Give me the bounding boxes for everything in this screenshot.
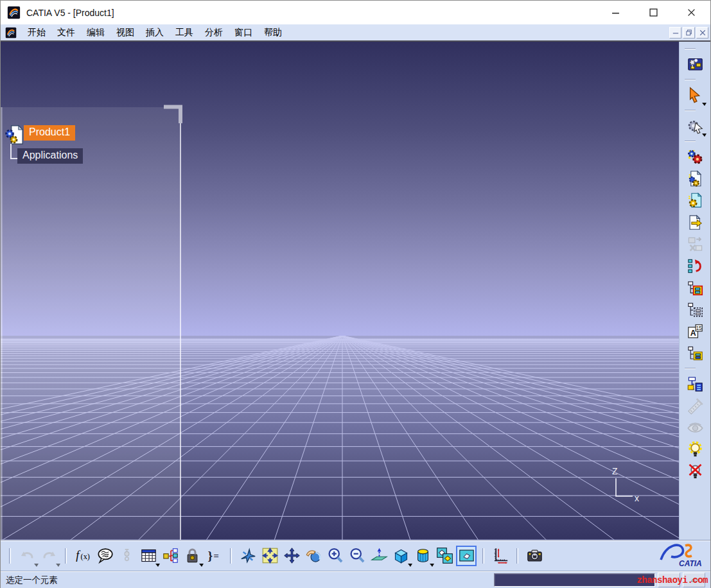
document-minimize-button[interactable] (669, 27, 681, 39)
measure-button[interactable] (685, 395, 705, 416)
close-document-icon (699, 30, 706, 36)
pan-button[interactable] (281, 546, 302, 566)
svg-text:(x): (x) (80, 552, 89, 561)
replacedis-icon (687, 236, 704, 253)
status-bar: 选定一个元素 zhanshaoyi.com (1, 571, 710, 588)
manage-representations-button[interactable]: A15 (685, 321, 705, 342)
toolbar-handle[interactable] (482, 548, 484, 564)
formula-button[interactable]: f(x) (73, 546, 93, 566)
dropdown-caret[interactable] (199, 564, 204, 567)
window-close-button[interactable] (672, 1, 710, 24)
toolbar-handle[interactable] (230, 548, 232, 564)
document-restore-button[interactable] (683, 27, 695, 39)
dropdown-caret[interactable] (155, 564, 160, 567)
dropdown-caret[interactable] (34, 564, 39, 567)
docgears-icon (687, 170, 704, 187)
3d-viewport[interactable]: Product1 Applications Z x (1, 42, 679, 540)
zoom-in-button[interactable] (325, 546, 346, 566)
bulboff-icon (687, 463, 704, 480)
component-button[interactable] (685, 146, 705, 167)
bottom-toolbar: f(x)}=CATIA (1, 540, 710, 571)
existing-component-button[interactable] (685, 212, 705, 232)
knowledge-inspector-button[interactable] (116, 546, 137, 566)
graph-tree-reordering-button[interactable] (685, 255, 705, 276)
document-close-button[interactable] (696, 27, 708, 39)
dimensions-button[interactable] (490, 546, 511, 566)
equivalent-dimensions-button[interactable]: }= (204, 546, 224, 566)
power-input-field[interactable] (494, 573, 655, 587)
new-part-button[interactable] (685, 190, 705, 211)
dropdown-caret[interactable] (430, 564, 434, 567)
swap-visible-space-button[interactable] (456, 546, 477, 566)
menu-item-window[interactable]: 窗口 (229, 26, 258, 40)
toolbar-handle[interactable] (9, 548, 11, 564)
product-structure-tools-button[interactable] (685, 374, 705, 394)
tree-node-applications[interactable]: Applications (17, 148, 83, 164)
workbench-button[interactable] (685, 54, 705, 74)
toolbar-handle[interactable] (65, 548, 67, 564)
light-off-button[interactable] (685, 461, 705, 481)
dropdown-caret[interactable] (702, 134, 707, 137)
watermark: zhanshaoyi.com (636, 575, 708, 585)
dropdown-caret[interactable] (56, 564, 60, 567)
normal-view-button[interactable] (369, 546, 389, 566)
fly-mode-button[interactable] (238, 546, 258, 566)
menu-item-tools[interactable]: 工具 (170, 26, 199, 40)
replace-component-button[interactable] (685, 234, 705, 254)
window-minimize-button[interactable] (597, 1, 635, 24)
window-maximize-button[interactable] (635, 1, 672, 24)
zoom-out-button[interactable] (347, 546, 367, 566)
toolbar-handle[interactable] (685, 48, 696, 49)
toolbar-handle[interactable] (685, 110, 696, 111)
braceeq-icon: }= (206, 547, 223, 564)
dropdown-caret[interactable] (408, 564, 412, 567)
new-component-button[interactable] (685, 168, 705, 189)
menu-item-help[interactable]: 帮助 (258, 26, 288, 40)
menu-item-start[interactable]: 开始 (22, 26, 51, 40)
hide-show-button[interactable] (685, 417, 705, 438)
menu-item-analyze[interactable]: 分析 (199, 26, 229, 40)
treedash-icon (687, 301, 704, 318)
cube-icon (392, 547, 410, 564)
capture-button[interactable] (524, 546, 545, 566)
fit-all-in-button[interactable] (259, 546, 280, 566)
multi-instantiation-button[interactable] (685, 343, 705, 363)
menu-bar: 开始文件编辑视图插入工具分析窗口帮助 (1, 24, 710, 40)
undo-button[interactable] (17, 546, 37, 566)
select-button[interactable] (685, 85, 705, 105)
rotate-icon (305, 547, 322, 564)
lock-parameters-button[interactable] (182, 546, 202, 566)
tree-node-product1[interactable]: Product1 (24, 125, 75, 141)
selection-sets-button[interactable] (685, 116, 705, 136)
close-icon (687, 8, 696, 17)
window-controls (597, 1, 710, 24)
hide-show-toggle-button[interactable] (434, 546, 455, 566)
design-table-button[interactable] (138, 546, 159, 566)
toolbar-handle[interactable] (685, 368, 696, 369)
rotate-button[interactable] (303, 546, 324, 566)
knowledge-template-button[interactable] (160, 546, 180, 566)
dropdown-caret[interactable] (702, 103, 707, 106)
toolbar-handle[interactable] (685, 141, 696, 142)
toolbar-handle[interactable] (685, 79, 696, 80)
window-title: CATIA V5 - [Product1] (26, 8, 114, 18)
selective-load-button[interactable] (685, 299, 705, 320)
menu-item-file[interactable]: 文件 (51, 26, 81, 40)
menu-item-edit[interactable]: 编辑 (81, 26, 110, 40)
generate-numbering-button[interactable] (685, 277, 705, 298)
treenum2-icon (687, 345, 704, 362)
render-style-button[interactable] (412, 546, 433, 566)
redo-button[interactable] (39, 546, 59, 566)
isometric-view-button[interactable] (391, 546, 411, 566)
minimize-document-icon (672, 30, 679, 36)
vspace-icon (458, 547, 475, 564)
menu-item-insert[interactable]: 插入 (140, 26, 170, 40)
comments-button[interactable] (94, 546, 115, 566)
menu-item-view[interactable]: 视图 (110, 26, 140, 40)
gears2-icon (687, 148, 704, 166)
light-on-button[interactable] (685, 439, 705, 460)
ds-catia-logo: CATIA (656, 540, 706, 570)
toolbar-handle[interactable] (516, 548, 518, 564)
product-node-icon[interactable] (4, 124, 26, 146)
zoomin-icon (327, 547, 344, 564)
